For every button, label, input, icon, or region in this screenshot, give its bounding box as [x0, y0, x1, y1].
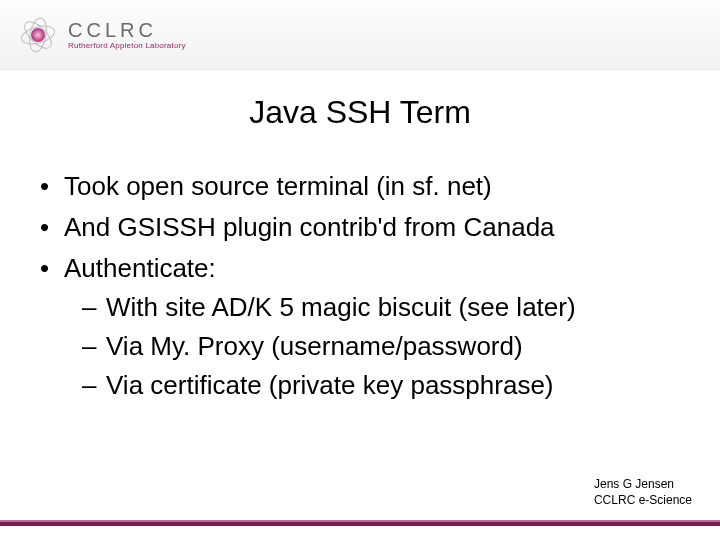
bullet-item: And GSISSH plugin contrib'd from Canada — [36, 208, 684, 247]
bullet-item: Authenticate: With site AD/K 5 magic bis… — [36, 249, 684, 405]
sub-bullet-item: Via My. Proxy (username/password) — [82, 327, 684, 366]
footer-org: CCLRC e-Science — [594, 492, 692, 508]
logo-text-block: CCLRC Rutherford Appleton Laboratory — [68, 20, 186, 50]
sub-bullet-list: With site AD/K 5 magic biscuit (see late… — [82, 288, 684, 405]
logo: CCLRC Rutherford Appleton Laboratory — [18, 15, 186, 55]
cclrc-orbit-icon — [18, 15, 58, 55]
bullet-text: Took open source terminal (in sf. net) — [64, 171, 492, 201]
footer-author: Jens G Jensen — [594, 476, 692, 492]
slide-footer: Jens G Jensen CCLRC e-Science — [594, 476, 692, 508]
sub-bullet-text: With site AD/K 5 magic biscuit (see late… — [106, 292, 576, 322]
slide: CCLRC Rutherford Appleton Laboratory Jav… — [0, 0, 720, 540]
bullet-item: Took open source terminal (in sf. net) — [36, 167, 684, 206]
logo-text: CCLRC — [68, 20, 186, 40]
logo-subtext: Rutherford Appleton Laboratory — [68, 42, 186, 50]
bullet-text: Authenticate: — [64, 253, 216, 283]
bullet-list: Took open source terminal (in sf. net) A… — [36, 167, 684, 405]
footer-rule — [0, 522, 720, 526]
sub-bullet-item: Via certificate (private key passphrase) — [82, 366, 684, 405]
sub-bullet-text: Via My. Proxy (username/password) — [106, 331, 523, 361]
slide-header: CCLRC Rutherford Appleton Laboratory — [0, 0, 720, 70]
svg-point-3 — [31, 28, 45, 42]
bullet-text: And GSISSH plugin contrib'd from Canada — [64, 212, 555, 242]
sub-bullet-item: With site AD/K 5 magic biscuit (see late… — [82, 288, 684, 327]
sub-bullet-text: Via certificate (private key passphrase) — [106, 370, 554, 400]
slide-title: Java SSH Term — [0, 94, 720, 131]
